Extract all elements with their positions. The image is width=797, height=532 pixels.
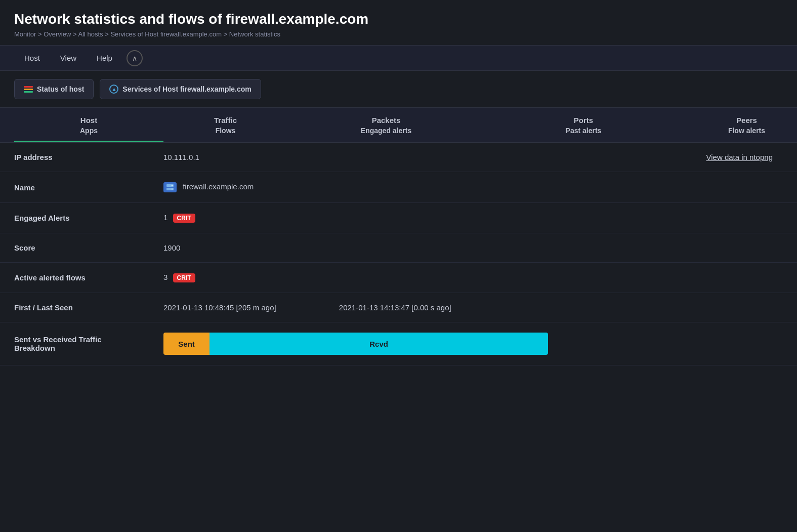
nav-collapse-button[interactable]: ∧ (127, 50, 143, 66)
svg-point-2 (172, 185, 173, 186)
chevron-up-icon: ∧ (132, 54, 137, 62)
svg-point-3 (172, 189, 173, 190)
traffic-sent-bar: Sent (163, 333, 209, 355)
active-flows-label: Active alerted flows (0, 263, 149, 293)
table-row: Sent vs Received Traffic Breakdown Sent … (0, 322, 797, 365)
breadcrumb: Monitor > Overview > All hosts > Service… (14, 30, 783, 38)
status-of-host-button[interactable]: Status of host (14, 79, 94, 99)
host-icon (163, 182, 177, 192)
nav-help[interactable]: Help (87, 47, 122, 69)
ip-label: IP address (0, 143, 149, 172)
nav-host[interactable]: Host (14, 47, 50, 69)
traffic-rcvd-bar: Rcvd (209, 333, 548, 355)
tab-packets[interactable]: Packets Engaged alerts (287, 108, 485, 142)
tab-host[interactable]: Host Apps (14, 108, 163, 142)
main-content: IP address 10.111.0.1 View data in ntopn… (0, 143, 797, 365)
tab-traffic[interactable]: Traffic Flows (163, 108, 287, 142)
tabs-header: Host Apps Traffic Flows Packets Engaged … (0, 108, 797, 143)
engaged-alerts-label: Engaged Alerts (0, 203, 149, 233)
table-row: First / Last Seen 2021-01-13 10:48:45 [2… (0, 293, 797, 322)
crit-badge-engaged: CRIT (173, 214, 195, 223)
active-flows-value: 3 CRIT (149, 263, 797, 293)
nav-view[interactable]: View (50, 47, 87, 69)
status-icon (24, 86, 33, 93)
traffic-bar-cell: Sent Rcvd (149, 322, 797, 365)
ip-value: 10.111.0.1 View data in ntopng (149, 143, 797, 172)
tab-peers[interactable]: Peers Flow alerts (682, 108, 797, 142)
services-of-host-button[interactable]: ▲ Services of Host firewall.example.com (100, 79, 261, 99)
crit-badge-active: CRIT (173, 273, 195, 282)
view-data-link[interactable]: View data in ntopng (706, 153, 773, 161)
table-row: Active alerted flows 3 CRIT (0, 263, 797, 293)
traffic-bar: Sent Rcvd (163, 333, 548, 355)
table-row: Name firewall.example.com (0, 172, 797, 203)
server-icon (166, 184, 174, 191)
page-header: Network statistics and flows of firewall… (0, 0, 797, 46)
score-label: Score (0, 233, 149, 263)
table-row: IP address 10.111.0.1 View data in ntopn… (0, 143, 797, 172)
page-title: Network statistics and flows of firewall… (14, 11, 783, 27)
firstlast-label: First / Last Seen (0, 293, 149, 322)
toolbar: Status of host ▲ Services of Host firewa… (0, 71, 797, 108)
table-row: Engaged Alerts 1 CRIT (0, 203, 797, 233)
nav-bar: Host View Help ∧ (0, 46, 797, 71)
data-table: IP address 10.111.0.1 View data in ntopn… (0, 143, 797, 365)
tab-ports[interactable]: Ports Past alerts (485, 108, 682, 142)
engaged-alerts-value: 1 CRIT (149, 203, 797, 233)
name-value: firewall.example.com (149, 172, 797, 203)
table-row: Score 1900 (0, 233, 797, 263)
traffic-label: Sent vs Received Traffic Breakdown (0, 322, 149, 365)
score-value: 1900 (149, 233, 797, 263)
info-circle-icon: ▲ (109, 85, 118, 94)
name-label: Name (0, 172, 149, 203)
firstlast-value: 2021-01-13 10:48:45 [205 m ago] 2021-01-… (149, 293, 797, 322)
